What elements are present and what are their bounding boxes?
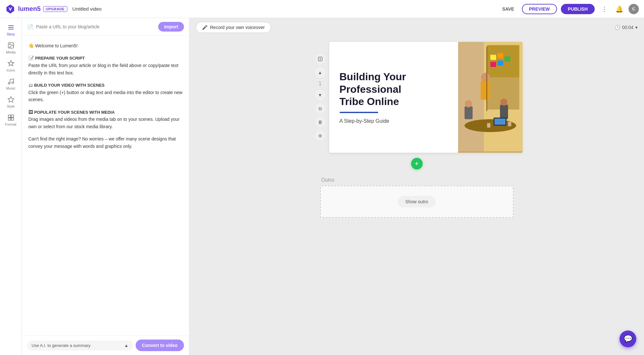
chat-bubble[interactable]: 💬: [620, 331, 636, 347]
svg-rect-34: [486, 47, 487, 111]
style-icon: [7, 96, 14, 103]
add-scene-button[interactable]: +: [411, 158, 423, 169]
lumen5-logo-icon[interactable]: [5, 4, 15, 14]
sidebar-item-story[interactable]: Story: [0, 21, 22, 39]
svg-rect-33: [508, 122, 511, 126]
topnav: lumen5 UPGRADE Untitled video SAVE PREVI…: [0, 0, 644, 18]
scene-number: 1: [319, 81, 322, 87]
sidebar-icons: Story Media Icons Music Style: [0, 18, 22, 355]
section3-icon: 🖼: [28, 110, 33, 115]
chevron-down-icon: ▼: [318, 92, 322, 98]
url-bar: 📄 Import: [22, 18, 189, 36]
scene-title-underline: [340, 112, 378, 113]
sidebar-item-style[interactable]: Style: [0, 93, 22, 111]
svg-point-24: [500, 99, 507, 106]
scene-content-left: Building Your Professional Tribe Online …: [329, 42, 458, 153]
section1: 📝 PREPARE YOUR SCRIPT Paste the URL from…: [28, 54, 183, 76]
svg-rect-28: [497, 53, 503, 58]
chevron-down-icon: ▾: [635, 25, 638, 30]
voiceover-button[interactable]: 🎤 Record your own voiceover: [196, 22, 271, 33]
svg-point-6: [12, 82, 14, 83]
ai-summary-label: Use A.I. to generate a summary: [32, 343, 91, 348]
mic-icon: 🎤: [202, 25, 207, 30]
svg-rect-7: [8, 115, 10, 117]
scene-controls: ▲ 1 ▼ ⧉ 🗑 ⊕: [311, 54, 329, 141]
svg-rect-26: [495, 119, 505, 125]
svg-point-4: [9, 44, 10, 45]
sidebar-item-music-label: Music: [6, 86, 15, 90]
section2-body: Click the green (+) button or drag text …: [28, 90, 182, 102]
scene-title: Building Your Professional Tribe Online: [340, 71, 448, 108]
outro-label: Outro: [320, 177, 514, 183]
url-input[interactable]: [36, 24, 156, 29]
add-media-circle-button[interactable]: ⊕: [315, 130, 325, 141]
scene-card[interactable]: Building Your Professional Tribe Online …: [329, 42, 523, 153]
sidebar-item-format[interactable]: Format: [0, 111, 22, 129]
duplicate-scene-button[interactable]: ⧉: [315, 103, 325, 114]
logo-area: lumen5 UPGRADE: [5, 4, 67, 14]
save-button[interactable]: SAVE: [498, 5, 518, 14]
publish-button[interactable]: PUBLISH: [561, 4, 595, 14]
canvas-top-bar: 🎤 Record your own voiceover 🕐 00:04 ▾: [189, 18, 644, 37]
trash-icon: 🗑: [318, 120, 322, 125]
chevron-up-icon: ▲: [124, 343, 129, 348]
main-layout: Story Media Icons Music Style: [0, 18, 644, 355]
more-options-icon[interactable]: ⋮: [599, 4, 610, 14]
convert-button[interactable]: Convert to video: [136, 340, 184, 351]
svg-rect-21: [465, 106, 473, 119]
section1-body: Paste the URL from your article or blog …: [28, 63, 178, 75]
canvas-scroll[interactable]: ▲ 1 ▼ ⧉ 🗑 ⊕: [189, 37, 644, 355]
delete-scene-button[interactable]: 🗑: [315, 117, 325, 127]
outro-card: Show outro: [320, 186, 514, 218]
section1-icon: 📝: [28, 55, 34, 61]
scene-subtitle: A Step-by-Step Guide: [340, 118, 448, 124]
show-outro-button[interactable]: Show outro: [398, 196, 436, 207]
add-circle-icon: ⊕: [318, 133, 322, 138]
preview-button[interactable]: PREVIEW: [522, 4, 557, 14]
chat-icon: 💬: [624, 335, 632, 343]
svg-rect-32: [487, 123, 490, 128]
music-icon: [7, 78, 14, 85]
avatar[interactable]: C: [629, 4, 639, 14]
format-icon: [7, 114, 14, 121]
plus-icon: +: [415, 159, 419, 168]
sidebar-item-icons[interactable]: Icons: [0, 57, 22, 75]
scene-title-line2: Professional: [340, 83, 401, 95]
url-icon: 📄: [27, 24, 34, 30]
sidebar-item-story-label: Story: [7, 32, 15, 36]
section3-title: POPULATE YOUR SCENES WITH MEDIA: [34, 110, 115, 115]
import-button[interactable]: Import: [158, 22, 184, 32]
svg-rect-31: [497, 61, 503, 66]
time-display: 🕐 00:04 ▾: [615, 25, 638, 30]
scene-wrapper: ▲ 1 ▼ ⧉ 🗑 ⊕: [311, 42, 523, 153]
move-up-button[interactable]: ▲: [315, 67, 325, 78]
scene-title-line1: Building Your: [340, 71, 406, 82]
app-name: lumen5: [18, 5, 41, 13]
svg-rect-8: [11, 115, 13, 117]
voiceover-label: Record your own voiceover: [210, 25, 265, 30]
svg-point-5: [8, 82, 10, 84]
sidebar-item-media[interactable]: Media: [0, 39, 22, 57]
notifications-bell-icon[interactable]: 🔔: [614, 4, 625, 14]
sidebar-item-media-label: Media: [6, 50, 16, 54]
left-panel: 📄 Import 👋 Welcome to Lumen5! 📝 PREPARE …: [22, 18, 189, 355]
section4: Can't find the right image? No worries –…: [28, 135, 183, 150]
video-title[interactable]: Untitled video: [72, 6, 102, 12]
sidebar-item-music[interactable]: Music: [0, 75, 22, 93]
chevron-up-icon: ▲: [318, 70, 322, 75]
add-icon: [318, 56, 323, 62]
add-scene-top-button[interactable]: [315, 54, 325, 64]
section3-body: Drag images and videos from the media ta…: [28, 117, 179, 129]
svg-point-20: [481, 73, 490, 82]
move-down-button[interactable]: ▼: [315, 90, 325, 100]
section2: 🗂 BUILD YOUR VIDEO WITH SCENES Click the…: [28, 82, 183, 103]
upgrade-badge[interactable]: UPGRADE: [43, 6, 67, 12]
scene-image[interactable]: [458, 42, 523, 153]
scene-title-line3: Tribe Online: [340, 96, 399, 107]
story-icon: [7, 24, 14, 31]
sidebar-item-format-label: Format: [5, 122, 16, 126]
ai-summary-dropdown[interactable]: Use A.I. to generate a summary ▲: [27, 341, 133, 350]
outro-section: Outro Show outro: [320, 177, 514, 218]
section2-title: BUILD YOUR VIDEO WITH SCENES: [34, 83, 105, 88]
svg-rect-29: [505, 56, 510, 62]
